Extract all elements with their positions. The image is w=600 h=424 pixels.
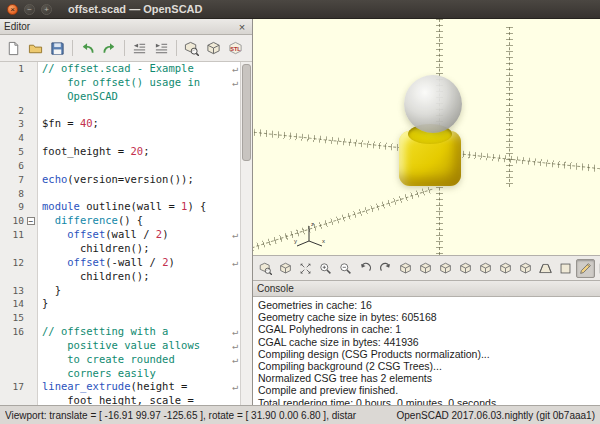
line-number: 8 (0, 187, 27, 201)
code-row[interactable]: 2 (0, 104, 240, 118)
code-row[interactable]: 17linear_extrude(height =↵ (0, 380, 240, 394)
view-back-icon (499, 262, 512, 275)
line-number: 2 (0, 104, 27, 118)
wrap-marker-icon: ↵ (232, 76, 240, 90)
editor-dock-header[interactable]: Editor × (0, 19, 252, 35)
undo-button[interactable] (77, 38, 98, 59)
code-row[interactable]: 3$fn = 40; (0, 117, 240, 131)
code-row[interactable]: 6 (0, 159, 240, 173)
editor-scrollbar[interactable] (240, 62, 252, 405)
line-number: 6 (0, 159, 27, 173)
window-minimize-button[interactable]: − (24, 4, 35, 15)
open-file-button[interactable] (25, 38, 46, 59)
console-output[interactable]: Geometries in cache: 16Geometry cache si… (253, 297, 600, 405)
orthogonal-button[interactable] (556, 259, 575, 278)
code-row[interactable]: 9module outline(wall = 1) { (0, 200, 240, 214)
line-number: 7 (0, 173, 27, 187)
zoom-all-button[interactable] (296, 259, 315, 278)
code-row[interactable]: corners easily (0, 367, 240, 381)
code-row[interactable]: 4 (0, 131, 240, 145)
wrap-marker-icon: ↵ (232, 62, 240, 76)
undo-icon (80, 41, 95, 56)
toggle-console-button[interactable] (596, 259, 600, 278)
code-text: corners easily (38, 367, 156, 381)
svg-text:z: z (311, 221, 314, 227)
perspective-button[interactable] (536, 259, 555, 278)
new-file-button[interactable] (3, 38, 24, 59)
openscad-window: × − + offset.scad — OpenSCAD Editor × ST… (0, 0, 600, 424)
toggle-editor-button[interactable] (576, 259, 595, 278)
editor-scrollbar-thumb[interactable] (242, 64, 251, 161)
view-top-button[interactable] (416, 259, 435, 278)
redo-button[interactable] (99, 38, 120, 59)
wrap-marker-icon: ↵ (232, 339, 240, 353)
3d-viewport[interactable]: z x y (253, 19, 600, 256)
code-row[interactable]: 5foot_height = 20; (0, 145, 240, 159)
perspective-icon (539, 262, 552, 275)
line-number: 1 (0, 62, 27, 76)
view-front-button[interactable] (476, 259, 495, 278)
console-line: CGAL cache size in bytes: 441936 (258, 336, 595, 348)
rotate-right-button[interactable] (376, 259, 395, 278)
view-render-button[interactable] (276, 259, 295, 278)
rotate-left-button[interactable] (356, 259, 375, 278)
console-dock: Console Geometries in cache: 16Geometry … (253, 281, 600, 405)
zoom-out-button[interactable] (336, 259, 355, 278)
code-row[interactable]: 12 offset(-wall / 2)↵ (0, 256, 240, 270)
code-row[interactable]: 7echo(version=version()); (0, 173, 240, 187)
zoom-in-button[interactable] (316, 259, 335, 278)
code-editor[interactable]: 1// offset.scad - Example↵ for offset() … (0, 62, 252, 405)
code-area[interactable]: 1// offset.scad - Example↵ for offset() … (0, 62, 240, 405)
preview-icon (184, 41, 199, 56)
viewport-status-text: Viewport: translate = [ -16.91 99.97 -12… (5, 410, 387, 421)
code-text: offset(-wall / 2) (38, 256, 175, 270)
titlebar[interactable]: × − + offset.scad — OpenSCAD (0, 0, 600, 19)
code-row[interactable]: 13 } (0, 284, 240, 298)
fold-marker-icon[interactable] (27, 214, 38, 228)
code-row[interactable]: OpenSCAD (0, 90, 240, 104)
unindent-button[interactable] (129, 38, 150, 59)
view-right-button[interactable] (396, 259, 415, 278)
code-row[interactable]: 16// offsetting with a↵ (0, 325, 240, 339)
view-preview-button[interactable] (256, 259, 275, 278)
code-row[interactable]: 8 (0, 187, 240, 201)
code-row[interactable]: for offset() usage in↵ (0, 76, 240, 90)
indent-button[interactable] (151, 38, 172, 59)
svg-text:y: y (294, 238, 297, 244)
version-status-text: OpenSCAD 2017.06.03.nightly (git 0b7aaa1… (397, 410, 595, 421)
code-text: module outline(wall = 1) { (38, 200, 206, 214)
code-row[interactable]: 14} (0, 297, 240, 311)
code-row[interactable]: children(); (0, 242, 240, 256)
save-button[interactable] (47, 38, 68, 59)
editor-toolbar: STL (0, 35, 252, 62)
code-row[interactable]: foot_height, scale = (0, 394, 240, 405)
view-right-icon (399, 262, 412, 275)
export-stl-icon: STL (228, 41, 243, 56)
view-bottom-button[interactable] (436, 259, 455, 278)
line-number (0, 353, 27, 367)
code-row[interactable]: 15 (0, 311, 240, 325)
line-number (0, 394, 27, 405)
preview-button[interactable] (181, 38, 202, 59)
window-maximize-button[interactable]: + (41, 4, 52, 15)
code-row[interactable]: 10 difference() { (0, 214, 240, 228)
code-row[interactable]: 11 offset(wall / 2)↵ (0, 228, 240, 242)
fold-margin (27, 76, 38, 90)
window-close-button[interactable]: × (7, 4, 18, 15)
view-back-button[interactable] (496, 259, 515, 278)
console-line: Total rendering time: 0 hours, 0 minutes… (258, 397, 595, 406)
code-text: OpenSCAD (38, 90, 118, 104)
code-row[interactable]: positive value allows↵ (0, 339, 240, 353)
render-button[interactable] (203, 38, 224, 59)
code-row[interactable]: to create rounded↵ (0, 353, 240, 367)
zoom-all-icon (299, 262, 312, 275)
code-row[interactable]: children(); (0, 270, 240, 284)
code-row[interactable]: 1// offset.scad - Example↵ (0, 62, 240, 76)
code-text: } (38, 297, 48, 311)
view-diagonal-button[interactable] (516, 259, 535, 278)
console-dock-header[interactable]: Console (253, 281, 600, 297)
view-left-button[interactable] (456, 259, 475, 278)
editor-close-icon[interactable]: × (236, 21, 248, 33)
export-stl-button[interactable]: STL (225, 38, 246, 59)
line-number: 11 (0, 228, 27, 242)
